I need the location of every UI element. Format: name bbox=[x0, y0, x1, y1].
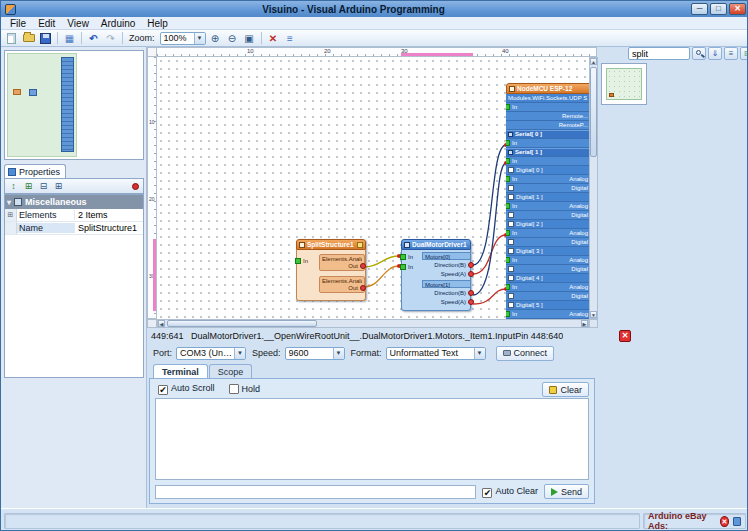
input-pin-icon[interactable] bbox=[506, 158, 510, 164]
redo-icon[interactable]: ↷ bbox=[103, 31, 118, 45]
pin-checkbox[interactable] bbox=[508, 266, 514, 272]
pin-checkbox[interactable] bbox=[508, 167, 514, 173]
send-button[interactable]: Send bbox=[544, 484, 589, 499]
input-pin-icon[interactable] bbox=[506, 284, 510, 290]
motor-pin-speed0[interactable]: Speed(A) bbox=[422, 269, 470, 278]
pin-checkbox[interactable] bbox=[508, 194, 514, 200]
design-canvas[interactable]: SplitStructure1 In Elements.Analog1 Out … bbox=[157, 57, 589, 319]
resize-grip-icon[interactable] bbox=[733, 517, 741, 526]
split-element-analog2[interactable]: Elements.Analog2 Out bbox=[319, 276, 365, 293]
component-dualmotordriver[interactable]: DualMotorDriver1 In In Motors[0] Directi… bbox=[401, 239, 471, 311]
checkbox-icon[interactable] bbox=[229, 384, 239, 394]
input-pin-icon[interactable] bbox=[400, 254, 406, 260]
property-category[interactable]: ▾ Miscellaneous bbox=[5, 195, 143, 209]
menu-item-file[interactable]: File bbox=[4, 18, 32, 29]
property-row-elements[interactable]: ⊞ Elements 2 Items bbox=[5, 209, 143, 222]
input-pin-icon[interactable] bbox=[506, 176, 510, 182]
scroll-right-icon[interactable]: ▶ bbox=[581, 320, 588, 327]
menu-item-help[interactable]: Help bbox=[141, 18, 174, 29]
tab-scope[interactable]: Scope bbox=[209, 364, 253, 378]
horizontal-scrollbar[interactable]: ◀ ▶ bbox=[157, 319, 589, 328]
search-input[interactable] bbox=[628, 47, 690, 60]
pin-checkbox[interactable] bbox=[508, 221, 514, 227]
vertical-scrollbar[interactable]: ▲ ▼ bbox=[589, 57, 598, 319]
scroll-left-icon[interactable]: ◀ bbox=[158, 320, 165, 327]
format-select[interactable]: Unformatted Text▼ bbox=[386, 347, 486, 360]
input-pin-icon[interactable] bbox=[506, 311, 510, 317]
scroll-down-icon[interactable]: ▼ bbox=[590, 311, 597, 318]
expand-icon[interactable]: ⊞ bbox=[52, 180, 65, 192]
input-pin-icon[interactable] bbox=[506, 257, 510, 263]
edit-icon[interactable] bbox=[357, 242, 363, 248]
tab-properties[interactable]: Properties bbox=[4, 164, 66, 178]
delete-icon[interactable]: ✕ bbox=[266, 31, 281, 45]
split-input-pin[interactable]: In bbox=[295, 258, 308, 264]
scroll-up-icon[interactable]: ▲ bbox=[590, 58, 597, 65]
output-pin-icon[interactable] bbox=[360, 263, 366, 269]
save-project-icon[interactable] bbox=[38, 31, 53, 45]
input-pin-icon[interactable] bbox=[506, 203, 510, 209]
zoom-out-icon[interactable]: ⊖ bbox=[225, 31, 240, 45]
close-button[interactable]: ✕ bbox=[729, 3, 746, 15]
zoom-in-icon[interactable]: ⊕ bbox=[208, 31, 223, 45]
tab-terminal[interactable]: Terminal bbox=[153, 364, 208, 378]
clear-button[interactable]: Clear bbox=[542, 382, 589, 397]
input-pin-icon[interactable] bbox=[295, 258, 301, 264]
output-pin-icon[interactable] bbox=[468, 271, 474, 277]
hold-checkbox[interactable]: Hold bbox=[229, 384, 261, 394]
speed-select[interactable]: 9600▼ bbox=[285, 347, 345, 360]
horizontal-scroll-thumb[interactable] bbox=[167, 320, 317, 327]
auto-clear-checkbox[interactable]: Auto Clear bbox=[482, 486, 538, 498]
checkbox-checked-icon[interactable] bbox=[482, 488, 492, 498]
terminal-output[interactable] bbox=[155, 398, 589, 480]
zoom-select[interactable]: 100%▼ bbox=[160, 32, 206, 45]
large-icons-icon[interactable]: ⊞ bbox=[740, 47, 748, 60]
close-ads-icon[interactable]: ✕ bbox=[720, 516, 730, 527]
new-project-icon[interactable] bbox=[4, 31, 19, 45]
input-pin-icon[interactable] bbox=[506, 140, 510, 146]
connect-button[interactable]: Connect bbox=[496, 346, 555, 361]
minimap[interactable] bbox=[4, 50, 144, 160]
menu-item-view[interactable]: View bbox=[61, 18, 95, 29]
motor-input-pin-0[interactable]: In bbox=[400, 254, 413, 260]
search-button[interactable] bbox=[692, 47, 706, 60]
list-view-icon[interactable]: ≡ bbox=[724, 47, 738, 60]
motor-pin-direction1[interactable]: Direction(B) bbox=[422, 288, 470, 297]
motor-pin-speed1[interactable]: Speed(A) bbox=[422, 297, 470, 306]
component-nodemcu[interactable]: NodeMCU ESP-12 Modules.WiFi.Sockets.UDP … bbox=[506, 83, 589, 319]
port-select[interactable]: COM3 (Unav...▼ bbox=[176, 347, 246, 360]
pin-checkbox[interactable] bbox=[508, 185, 514, 191]
menu-item-arduino[interactable]: Arduino bbox=[95, 18, 141, 29]
collapse-category-icon[interactable]: ▾ bbox=[7, 198, 11, 207]
sort-icon[interactable]: ↕ bbox=[7, 180, 20, 192]
input-pin-icon[interactable] bbox=[506, 104, 510, 110]
output-pin-icon[interactable] bbox=[468, 290, 474, 296]
clear-status-icon[interactable]: ✕ bbox=[619, 330, 631, 342]
input-pin-icon[interactable] bbox=[400, 264, 406, 270]
split-element-analog1[interactable]: Elements.Analog1 Out bbox=[319, 254, 365, 271]
settings-icon[interactable]: ≡ bbox=[283, 31, 298, 45]
checkbox-checked-icon[interactable] bbox=[158, 385, 168, 395]
menu-item-edit[interactable]: Edit bbox=[32, 18, 61, 29]
input-pin-icon[interactable] bbox=[506, 230, 510, 236]
pin-checkbox[interactable] bbox=[508, 302, 514, 308]
component-thumbnail[interactable] bbox=[606, 68, 642, 100]
send-input[interactable] bbox=[155, 485, 476, 499]
pin-checkbox[interactable] bbox=[508, 248, 514, 254]
zoom-fit-icon[interactable]: ▣ bbox=[242, 31, 257, 45]
pin-checkbox[interactable] bbox=[508, 212, 514, 218]
open-project-icon[interactable] bbox=[21, 31, 36, 45]
pin-checkbox[interactable] bbox=[508, 293, 514, 299]
motor-pin-direction0[interactable]: Direction(B) bbox=[422, 260, 470, 269]
output-pin-icon[interactable] bbox=[468, 262, 474, 268]
vertical-scroll-thumb[interactable] bbox=[590, 67, 597, 157]
grid-icon[interactable]: ▦ bbox=[62, 31, 77, 45]
undo-icon[interactable]: ↶ bbox=[86, 31, 101, 45]
auto-scroll-checkbox[interactable]: Auto Scroll bbox=[158, 383, 215, 395]
maximize-button[interactable]: □ bbox=[710, 3, 727, 15]
pin-icon[interactable] bbox=[132, 183, 139, 190]
categorized-icon[interactable]: ⊞ bbox=[22, 180, 35, 192]
expand-row-icon[interactable]: ⊞ bbox=[8, 211, 14, 219]
minimize-button[interactable]: ─ bbox=[691, 3, 708, 15]
pin-checkbox[interactable] bbox=[508, 239, 514, 245]
